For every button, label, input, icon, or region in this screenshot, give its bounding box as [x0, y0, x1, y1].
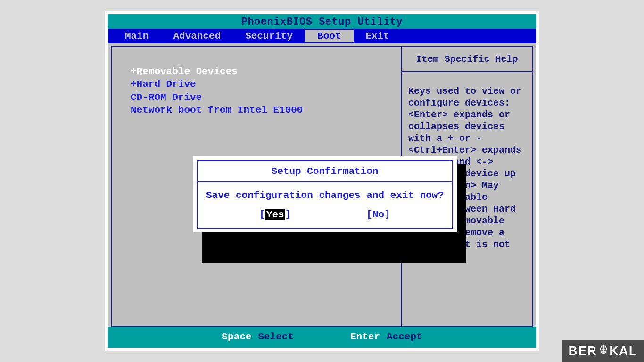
- watermark-badge: BER KAL: [562, 340, 644, 362]
- no-button[interactable]: [No]: [366, 209, 390, 220]
- brain-icon: [598, 344, 609, 358]
- menu-main[interactable]: Main: [113, 30, 161, 42]
- confirmation-dialog: Setup Confirmation Save configuration ch…: [193, 156, 457, 232]
- footer-bar: Space Select Enter Accept: [108, 327, 536, 348]
- help-title: Item Specific Help: [402, 47, 532, 72]
- title-bar: PhoenixBIOS Setup Utility: [108, 14, 536, 29]
- menu-boot[interactable]: Boot: [305, 30, 353, 42]
- dialog-message: Save configuration changes and exit now?: [198, 182, 452, 205]
- bios-window: PhoenixBIOS Setup Utility Main Advanced …: [108, 14, 536, 348]
- menu-bar: Main Advanced Security Boot Exit: [108, 29, 536, 43]
- boot-item-hard-drive[interactable]: +Hard Drive: [131, 78, 391, 90]
- watermark-text-pre: BER: [569, 344, 597, 358]
- main-area: +Removable Devices +Hard Drive CD-ROM Dr…: [108, 43, 536, 327]
- boot-item-cdrom[interactable]: CD-ROM Drive: [131, 91, 391, 104]
- boot-item-removable[interactable]: +Removable Devices: [131, 65, 391, 78]
- footer-hint-space: Space Select: [222, 331, 294, 342]
- menu-security[interactable]: Security: [233, 30, 305, 42]
- yes-button[interactable]: [Yes]: [259, 209, 291, 220]
- bios-frame: PhoenixBIOS Setup Utility Main Advanced …: [105, 11, 539, 351]
- footer-hint-enter: Enter Accept: [350, 331, 422, 342]
- dialog-title: Setup Confirmation: [198, 161, 452, 182]
- dialog-buttons: [Yes] [No]: [198, 205, 452, 228]
- boot-item-network[interactable]: Network boot from Intel E1000: [131, 104, 391, 116]
- menu-exit[interactable]: Exit: [354, 30, 402, 42]
- watermark-text-post: KAL: [610, 344, 637, 358]
- menu-advanced[interactable]: Advanced: [161, 30, 233, 42]
